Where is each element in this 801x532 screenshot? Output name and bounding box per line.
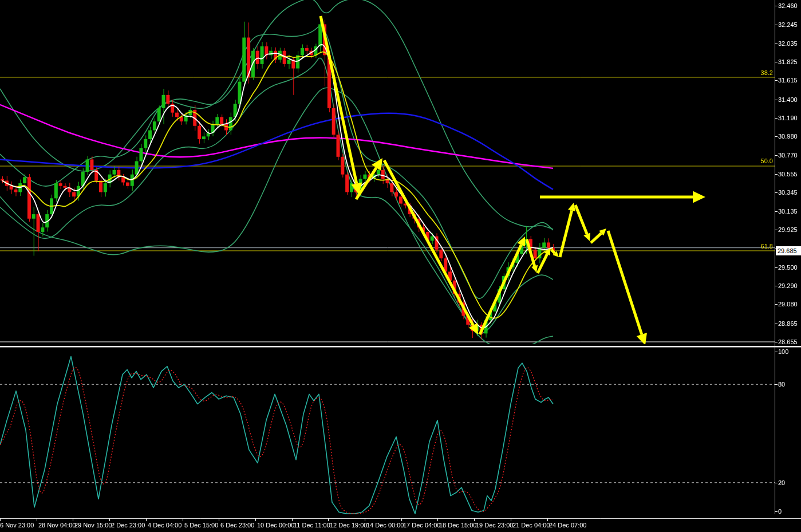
time-axis-label: 28 Nov 04:00 bbox=[38, 522, 76, 529]
price-tick-label: 29.500 bbox=[778, 264, 798, 271]
time-axis-label: 29 Nov 15:00 bbox=[74, 522, 112, 529]
time-axis-label: 5 Dec 15:00 bbox=[184, 522, 218, 529]
time-axis-label: 21 Dec 04:00 bbox=[512, 522, 550, 529]
price-tick-label: 30.770 bbox=[778, 152, 798, 159]
price-tick-label: 32.245 bbox=[778, 21, 798, 29]
trading-chart-window: 38.2 50.0 61.8 29.685 32.46032.24532.035… bbox=[0, 0, 801, 532]
price-tick-label: 31.615 bbox=[778, 77, 798, 84]
time-axis-label: 24 Dec 07:00 bbox=[549, 522, 586, 529]
price-tick-label: 30.980 bbox=[778, 133, 798, 140]
price-tick-label: 28.865 bbox=[778, 320, 798, 328]
time-axis-label: 2 Dec 23:00 bbox=[111, 522, 145, 529]
osc-tick-label: 80 bbox=[778, 381, 785, 388]
price-tick-label: 28.655 bbox=[778, 338, 798, 346]
fib-38-label: 38.2 bbox=[727, 69, 773, 76]
price-tick-label: 29.290 bbox=[778, 282, 798, 290]
price-tick-label: 30.345 bbox=[778, 189, 798, 196]
chart-canvas[interactable] bbox=[0, 0, 801, 532]
fib-61-label: 61.8 bbox=[727, 243, 773, 250]
time-axis-label: 19 Dec 23:00 bbox=[476, 522, 513, 529]
price-tick-label: 32.035 bbox=[778, 40, 798, 48]
price-tick-label: 30.135 bbox=[778, 208, 798, 215]
price-tick-label: 30.555 bbox=[778, 171, 798, 178]
time-axis-label: 6 Nov 23:00 bbox=[0, 522, 34, 529]
price-tick-label: 29.925 bbox=[778, 226, 798, 234]
price-tick-label: 29.080 bbox=[778, 301, 798, 308]
time-axis-label: 6 Dec 23:00 bbox=[220, 522, 254, 529]
time-axis-label: 4 Dec 04:00 bbox=[148, 522, 181, 529]
time-axis-label: 14 Dec 00:00 bbox=[366, 522, 404, 529]
osc-tick-label: 20 bbox=[778, 479, 785, 487]
price-tick-label: 31.825 bbox=[778, 58, 798, 66]
time-axis-label: 12 Dec 19:00 bbox=[330, 522, 367, 529]
price-tick-label: 31.400 bbox=[778, 96, 798, 104]
time-axis-label: 10 Dec 00:00 bbox=[257, 522, 294, 529]
price-tick-label: 32.460 bbox=[778, 2, 798, 10]
fib-50-label: 50.0 bbox=[727, 157, 773, 164]
time-axis-label: 17 Dec 04:00 bbox=[403, 522, 440, 529]
current-price-tag: 29.685 bbox=[776, 246, 801, 255]
time-axis-label: 18 Dec 15:00 bbox=[439, 522, 476, 529]
osc-tick-label: 0 bbox=[778, 508, 782, 515]
time-axis-label: 11 Dec 11:00 bbox=[294, 522, 330, 529]
osc-tick-label: 100 bbox=[778, 348, 788, 356]
price-tick-label: 31.190 bbox=[778, 115, 798, 122]
